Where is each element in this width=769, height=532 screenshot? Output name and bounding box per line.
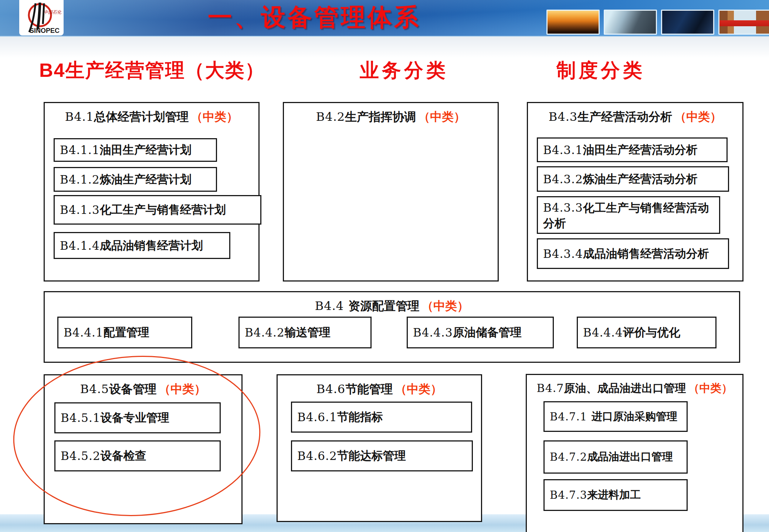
subitem-b473-code: B4.7.3 bbox=[550, 489, 587, 501]
box-b44-title: 资源配置管理 bbox=[348, 299, 419, 313]
subitem-b462-label: 节能达标管理 bbox=[337, 448, 406, 464]
subitem-b432-label: 炼油生产经营活动分析 bbox=[583, 171, 698, 187]
subitem-b433-code: B4.3.3 bbox=[543, 201, 583, 214]
box-b42-tag: （中类） bbox=[418, 110, 465, 123]
box-b46-header: B4.6节能管理（中类） bbox=[278, 375, 481, 398]
subitem-b473-label: 来进料加工 bbox=[587, 488, 641, 502]
subitem-b444-code: B4.4.4 bbox=[583, 326, 623, 339]
subitem-b431: B4.3.1油田生产经营活动分析 bbox=[537, 137, 728, 162]
box-b45-title: 设备管理 bbox=[109, 382, 156, 396]
subitem-b473: B4.7.3来进料加工 bbox=[543, 479, 688, 511]
industrial-night-photo bbox=[661, 10, 714, 35]
subitem-b471-label: 进口原油采购管理 bbox=[592, 409, 677, 424]
slide: 中国石化 SINOPEC 一、设备管理体系 B4生产经营管理（大类） 业务分类 … bbox=[0, 0, 769, 532]
subitem-b472: B4.7.2成品油进出口管理 bbox=[543, 440, 688, 474]
subitem-b451-label: 设备专业管理 bbox=[101, 410, 169, 426]
box-b45-tag: （中类） bbox=[159, 382, 206, 396]
logo-cn-text: 中国石化 bbox=[44, 10, 61, 15]
heading-system-category: 制度分类 bbox=[556, 58, 645, 83]
box-b44-code: B4.4 bbox=[315, 299, 344, 313]
subitem-b411-code: B4.1.1 bbox=[60, 143, 100, 157]
box-b45-header: B4.5设备管理（中类） bbox=[45, 375, 241, 398]
heading-business-category: 业务分类 bbox=[360, 58, 448, 83]
subitem-b444: B4.4.4评价与优化 bbox=[577, 317, 717, 348]
subitem-b434: B4.3.4成品油销售经营活动分析 bbox=[537, 238, 729, 269]
logo-en-text: SINOPEC bbox=[30, 27, 60, 34]
subitem-b413-label: 化工生产与销售经营计划 bbox=[100, 202, 226, 218]
box-b43-header: B4.3生产经营活动分析（中类） bbox=[528, 103, 742, 125]
subitem-b412-label: 炼油生产经营计划 bbox=[100, 172, 192, 187]
subitem-b452-label: 设备检查 bbox=[101, 448, 146, 464]
subitem-b413-code: B4.1.3 bbox=[60, 203, 100, 216]
subitem-b443: B4.4.3原油储备管理 bbox=[407, 317, 554, 348]
subitem-b412-code: B4.1.2 bbox=[60, 173, 100, 186]
gas-station-photo bbox=[718, 10, 769, 35]
subitem-b412: B4.1.2炼油生产经营计划 bbox=[54, 167, 217, 192]
box-b41-header: B4.1总体经营计划管理（中类） bbox=[45, 103, 258, 125]
subitem-b413: B4.1.3化工生产与销售经营计划 bbox=[54, 195, 261, 225]
subitem-b462-code: B4.6.2 bbox=[297, 449, 337, 463]
box-b46-tag: （中类） bbox=[395, 382, 442, 396]
box-b45-code: B4.5 bbox=[80, 382, 109, 396]
subitem-b461-label: 节能指标 bbox=[337, 409, 383, 425]
sinopec-logo-icon: 中国石化 SINOPEC bbox=[21, 1, 61, 34]
box-b41-tag: （中类） bbox=[191, 110, 238, 123]
subitem-b432: B4.3.2炼油生产经营活动分析 bbox=[537, 166, 729, 192]
box-b47-code: B4.7 bbox=[537, 382, 564, 395]
box-b47-title: 原油、成品油进出口管理 bbox=[564, 382, 686, 394]
subitem-b472-label: 成品油进出口管理 bbox=[587, 450, 673, 464]
box-b43-title: 生产经营活动分析 bbox=[577, 110, 672, 123]
subitem-b442: B4.4.2输送管理 bbox=[238, 317, 372, 348]
subitem-b431-label: 油田生产经营活动分析 bbox=[583, 142, 698, 158]
oil-derrick-sunset-photo bbox=[546, 10, 600, 35]
box-b43-tag: （中类） bbox=[674, 110, 722, 123]
subitem-b451-code: B4.5.1 bbox=[61, 411, 101, 424]
header-fade bbox=[0, 37, 769, 58]
subitem-b434-label: 成品油销售经营活动分析 bbox=[583, 246, 709, 262]
subitem-b462: B4.6.2节能达标管理 bbox=[291, 440, 473, 471]
subitem-b414: B4.1.4成品油销售经营计划 bbox=[54, 232, 230, 259]
box-b47-tag: （中类） bbox=[688, 382, 732, 394]
heading-main-category: B4生产经营管理（大类） bbox=[39, 58, 265, 83]
box-b46-code: B4.6 bbox=[316, 382, 345, 396]
subitem-b443-code: B4.4.3 bbox=[413, 326, 453, 339]
refinery-sphere-tank-photo bbox=[604, 10, 657, 35]
box-b41-code: B4.1 bbox=[65, 110, 94, 124]
subitem-b444-label: 评价与优化 bbox=[623, 325, 680, 340]
subitem-b441-label: 配置管理 bbox=[104, 325, 149, 340]
box-b42-code: B4.2 bbox=[316, 110, 345, 124]
box-b42: B4.2生产指挥协调（中类） bbox=[283, 102, 499, 282]
box-b41-title: 总体经营计划管理 bbox=[94, 110, 189, 123]
subitem-b432-code: B4.3.2 bbox=[543, 173, 583, 186]
photo-strip bbox=[546, 10, 769, 35]
subitem-b472-code: B4.7.2 bbox=[550, 451, 587, 463]
subitem-b442-label: 输送管理 bbox=[285, 325, 331, 340]
box-b46-title: 节能管理 bbox=[345, 382, 393, 396]
subitem-b441-code: B4.4.1 bbox=[64, 326, 104, 339]
subitem-b461-code: B4.6.1 bbox=[297, 410, 337, 424]
subitem-b461: B4.6.1节能指标 bbox=[291, 402, 472, 433]
box-b47-header: B4.7原油、成品油进出口管理（中类） bbox=[527, 375, 742, 396]
box-b43-code: B4.3 bbox=[549, 110, 577, 124]
box-b44-tag: （中类） bbox=[421, 299, 469, 313]
box-b42-title: 生产指挥协调 bbox=[345, 110, 416, 123]
subitem-b441: B4.4.1配置管理 bbox=[57, 317, 192, 348]
sinopec-logo: 中国石化 SINOPEC bbox=[19, 0, 64, 35]
subitem-b452: B4.5.2设备检查 bbox=[54, 440, 221, 471]
subitem-b414-label: 成品油销售经营计划 bbox=[100, 238, 203, 253]
subitem-b433: B4.3.3化工生产与销售经营活动分析 bbox=[537, 196, 720, 234]
subitem-b411-label: 油田生产经营计划 bbox=[100, 142, 192, 158]
subitem-b443-label: 原油储备管理 bbox=[453, 325, 522, 340]
box-b42-header: B4.2生产指挥协调（中类） bbox=[284, 103, 498, 125]
page-title: 一、设备管理体系 bbox=[192, 1, 436, 34]
subitem-b451: B4.5.1设备专业管理 bbox=[54, 402, 221, 433]
subitem-b414-code: B4.1.4 bbox=[60, 239, 100, 252]
box-b44-header: B4.4资源配置管理（中类） bbox=[45, 292, 739, 314]
subitem-b411: B4.1.1油田生产经营计划 bbox=[54, 138, 217, 162]
subitem-b431-code: B4.3.1 bbox=[543, 143, 583, 157]
subitem-b434-code: B4.3.4 bbox=[543, 247, 583, 260]
subitem-b442-code: B4.4.2 bbox=[245, 326, 285, 339]
subitem-b471: B4.7.1进口原油采购管理 bbox=[543, 401, 688, 432]
subitem-b452-code: B4.5.2 bbox=[61, 449, 101, 463]
subitem-b471-code: B4.7.1 bbox=[550, 410, 587, 423]
